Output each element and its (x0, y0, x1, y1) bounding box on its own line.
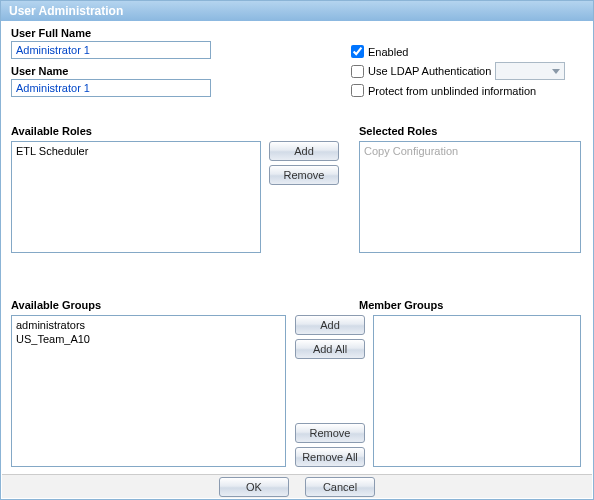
add-group-button[interactable]: Add (295, 315, 365, 335)
available-roles-label: Available Roles (11, 125, 92, 137)
selected-roles-label: Selected Roles (359, 125, 437, 137)
groups-remove-buttons: Remove Remove All (295, 423, 365, 471)
addall-group-button[interactable]: Add All (295, 339, 365, 359)
groups-add-buttons: Add Add All (295, 315, 365, 363)
content-area: User Full Name User Name Enabled Use LDA… (1, 21, 593, 476)
add-role-button[interactable]: Add (269, 141, 339, 161)
remove-role-button[interactable]: Remove (269, 165, 339, 185)
fullname-label: User Full Name (11, 27, 231, 39)
window-title: User Administration (9, 4, 123, 18)
enabled-label: Enabled (368, 46, 408, 58)
window-titlebar: User Administration (1, 1, 593, 21)
ldap-select[interactable] (495, 62, 565, 80)
username-input[interactable] (11, 79, 211, 97)
selected-roles-placeholder: Copy Configuration (364, 144, 576, 158)
list-item[interactable]: administrators (16, 318, 281, 332)
available-groups-label: Available Groups (11, 299, 101, 311)
enabled-checkbox[interactable] (351, 45, 364, 58)
member-groups-listbox[interactable] (373, 315, 581, 467)
list-item[interactable]: US_Team_A10 (16, 332, 281, 346)
available-groups-listbox[interactable]: administrators US_Team_A10 (11, 315, 286, 467)
footer-bar: OK Cancel (2, 474, 592, 498)
roles-buttons: Add Remove (269, 141, 339, 189)
remove-group-button[interactable]: Remove (295, 423, 365, 443)
protect-checkbox[interactable] (351, 84, 364, 97)
name-fields: User Full Name User Name (11, 27, 231, 103)
selected-roles-listbox[interactable]: Copy Configuration (359, 141, 581, 253)
cancel-button[interactable]: Cancel (305, 477, 375, 497)
list-item[interactable]: ETL Scheduler (16, 144, 256, 158)
ldap-label: Use LDAP Authentication (368, 65, 491, 77)
options-checkboxes: Enabled Use LDAP Authentication Protect … (351, 45, 581, 101)
ldap-checkbox[interactable] (351, 65, 364, 78)
username-label: User Name (11, 65, 231, 77)
protect-label: Protect from unblinded information (368, 85, 536, 97)
removeall-group-button[interactable]: Remove All (295, 447, 365, 467)
user-admin-window: User Administration User Full Name User … (0, 0, 594, 500)
member-groups-label: Member Groups (359, 299, 443, 311)
fullname-input[interactable] (11, 41, 211, 59)
ok-button[interactable]: OK (219, 477, 289, 497)
available-roles-listbox[interactable]: ETL Scheduler (11, 141, 261, 253)
